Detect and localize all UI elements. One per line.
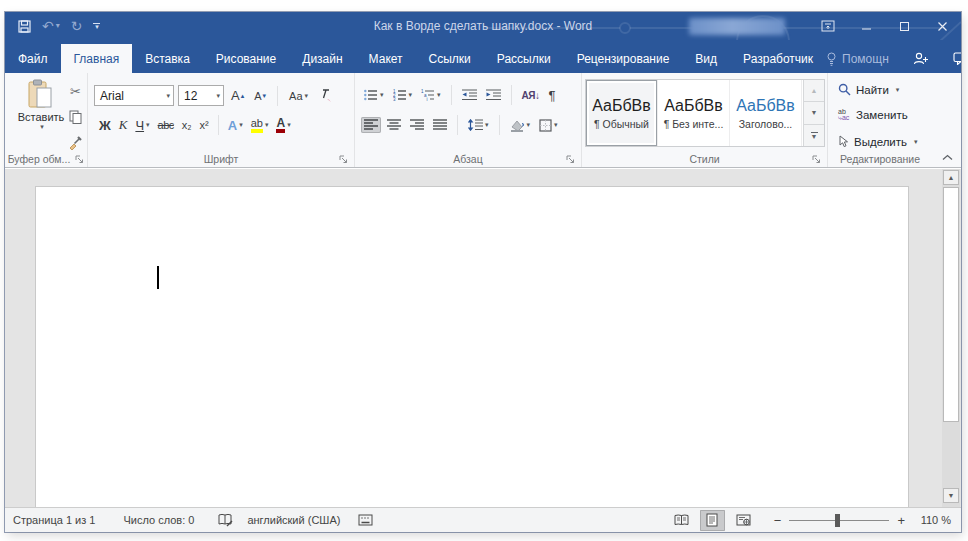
clipboard-dialog-launcher-icon[interactable] <box>75 155 84 164</box>
tab-layout[interactable]: Макет <box>356 44 416 73</box>
undo-caret-icon[interactable]: ▾ <box>56 22 60 30</box>
font-size-caret-icon: ▾ <box>216 92 220 100</box>
proofing-icon[interactable] <box>218 513 233 527</box>
style-gallery-more-icon[interactable]: ▼ <box>804 125 824 146</box>
style-normal[interactable]: АаБбВв ¶ Обычный <box>586 80 658 146</box>
zoom-out-button[interactable]: − <box>772 513 784 528</box>
style-no-spacing[interactable]: АаБбВв ¶ Без инте... <box>658 80 730 146</box>
tab-design[interactable]: Дизайн <box>289 44 355 73</box>
align-left-button[interactable] <box>361 117 381 133</box>
multilevel-list-button[interactable]: 1аi ▾ <box>418 87 444 103</box>
tell-me-assistant[interactable]: Помощн <box>826 52 889 66</box>
decrease-indent-icon[interactable] <box>459 87 480 103</box>
scrollbar-thumb[interactable] <box>943 187 959 422</box>
vertical-scrollbar[interactable]: ▲ ▼ <box>942 169 960 507</box>
cut-icon[interactable]: ✂ <box>67 82 84 101</box>
tab-review[interactable]: Рецензирование <box>564 44 683 73</box>
italic-button[interactable]: К <box>116 115 131 135</box>
share-icon[interactable] <box>913 52 929 65</box>
zoom-in-button[interactable]: + <box>895 513 907 528</box>
ribbon-display-options-icon[interactable] <box>809 12 847 40</box>
editing-group-label: Редактирование <box>840 153 920 165</box>
document-page[interactable] <box>35 186 909 507</box>
paste-dropdown-caret[interactable]: ▾ <box>40 123 44 131</box>
show-marks-button[interactable]: ¶ <box>545 86 558 105</box>
tab-home[interactable]: Главная <box>61 44 133 73</box>
font-size-combo[interactable]: 12 ▾ <box>178 85 224 106</box>
styles-dialog-launcher-icon[interactable] <box>812 155 821 164</box>
sort-button[interactable]: АЯ↓ <box>519 88 543 103</box>
tab-view[interactable]: Вид <box>682 44 730 73</box>
style-scroll-up-icon[interactable]: ▲ <box>804 80 824 102</box>
zoom-slider[interactable] <box>789 510 889 531</box>
align-right-button[interactable] <box>407 117 427 133</box>
read-mode-icon[interactable] <box>669 510 694 531</box>
save-icon[interactable] <box>18 20 31 33</box>
print-layout-icon[interactable] <box>700 510 725 531</box>
clipboard-icon <box>27 79 55 111</box>
font-dialog-launcher-icon[interactable] <box>339 155 348 164</box>
customize-qat-icon[interactable]: ▾ <box>93 23 100 29</box>
text-cursor <box>157 266 159 289</box>
borders-button[interactable]: ▾ <box>536 117 561 134</box>
highlight-color-button[interactable]: ab▾ <box>248 116 272 135</box>
bold-button[interactable]: Ж <box>96 116 114 135</box>
scroll-up-icon[interactable]: ▲ <box>943 170 959 185</box>
line-spacing-button[interactable]: ▾ <box>465 117 492 133</box>
bullets-button[interactable]: ▾ <box>361 87 387 103</box>
style-scroll-down-icon[interactable]: ▼ <box>804 102 824 124</box>
strikethrough-button[interactable]: abc <box>155 117 177 133</box>
clear-formatting-icon[interactable] <box>315 87 336 105</box>
tab-mailings[interactable]: Рассылки <box>484 44 564 73</box>
scroll-down-icon[interactable]: ▼ <box>943 488 959 503</box>
keyboard-layout-icon[interactable] <box>358 514 373 526</box>
grow-font-button[interactable]: А <box>228 86 247 105</box>
styles-group-label: Стили <box>689 153 719 165</box>
align-center-button[interactable] <box>384 117 404 133</box>
select-button[interactable]: Выделить ▾ <box>838 135 918 148</box>
zoom-level[interactable]: 110 % <box>907 514 951 526</box>
maximize-button[interactable] <box>885 12 923 40</box>
tab-draw[interactable]: Рисование <box>203 44 289 73</box>
clipboard-group-label: Буфер обм... <box>8 153 71 165</box>
undo-icon[interactable]: ↶▾ <box>42 19 60 33</box>
replace-button[interactable]: ab⤷ac Заменить <box>838 109 908 121</box>
page-count[interactable]: Страница 1 из 1 <box>13 514 95 526</box>
tab-developer[interactable]: Разработчик <box>730 44 826 73</box>
font-name-combo[interactable]: Arial ▾ <box>94 85 174 106</box>
text-effects-button[interactable]: А▾ <box>225 116 246 135</box>
search-icon <box>838 83 851 96</box>
word-count[interactable]: Число слов: 0 <box>123 514 194 526</box>
group-font: Arial ▾ 12 ▾ А А Aa▾ <box>88 73 355 167</box>
change-case-button[interactable]: Aa▾ <box>286 88 311 104</box>
font-color-button[interactable]: А▾ <box>273 115 293 135</box>
paste-button[interactable]: Вставить ▾ <box>15 79 67 131</box>
subscript-button[interactable]: x₂ <box>179 117 195 133</box>
comments-icon[interactable] <box>953 52 961 65</box>
redo-icon[interactable]: ↻ <box>71 19 83 33</box>
style-heading1[interactable]: АаБбВв Заголово... <box>730 80 802 146</box>
numbering-button[interactable]: 123 ▾ <box>390 87 416 103</box>
find-button[interactable]: Найти ▾ <box>838 83 899 96</box>
increase-indent-icon[interactable] <box>483 87 504 103</box>
web-layout-icon[interactable] <box>731 510 756 531</box>
tab-insert[interactable]: Вставка <box>132 44 203 73</box>
minimize-button[interactable] <box>847 12 885 40</box>
shading-button[interactable]: ▾ <box>507 117 534 134</box>
close-button[interactable] <box>923 12 961 40</box>
justify-button[interactable] <box>430 117 450 133</box>
copy-icon[interactable] <box>66 108 85 126</box>
shrink-font-button[interactable]: А <box>251 88 269 104</box>
underline-button[interactable]: Ч▾ <box>132 116 152 135</box>
svg-text:3: 3 <box>393 97 396 101</box>
tab-file[interactable]: Файл <box>5 44 61 73</box>
paragraph-dialog-launcher-icon[interactable] <box>566 155 575 164</box>
collapse-ribbon-icon[interactable] <box>942 154 953 161</box>
format-painter-icon[interactable] <box>65 133 86 152</box>
superscript-button[interactable]: x² <box>197 117 212 133</box>
language-indicator[interactable]: английский (США) <box>247 514 340 526</box>
zoom-slider-thumb[interactable] <box>835 514 840 527</box>
ribbon-tab-row: Файл Главная Вставка Рисование Дизайн Ма… <box>5 40 961 73</box>
tab-references[interactable]: Ссылки <box>416 44 484 73</box>
document-area[interactable]: ▲ ▼ <box>5 169 961 507</box>
